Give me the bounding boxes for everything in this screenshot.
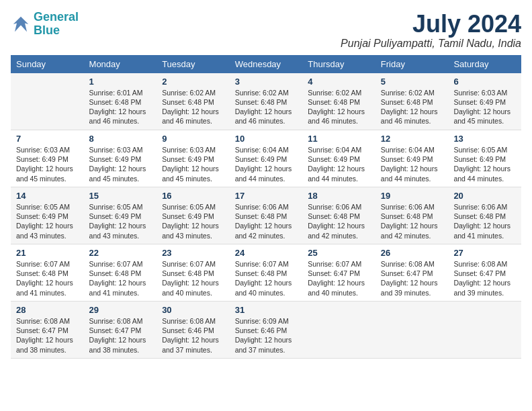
day-number: 27 [453,248,516,258]
day-info: Sunrise: 6:07 AM Sunset: 6:48 PM Dayligh… [162,259,224,298]
calendar-cell: 17Sunrise: 6:06 AM Sunset: 6:48 PM Dayli… [230,187,303,244]
day-number: 12 [381,134,443,144]
calendar-cell: 3Sunrise: 6:02 AM Sunset: 6:48 PM Daylig… [230,73,303,130]
day-number: 30 [162,305,224,315]
calendar-cell: 11Sunrise: 6:04 AM Sunset: 6:49 PM Dayli… [302,130,375,187]
month-title: July 2024 [341,11,521,38]
calendar-week-2: 7Sunrise: 6:03 AM Sunset: 6:49 PM Daylig… [11,130,521,187]
calendar-cell: 28Sunrise: 6:08 AM Sunset: 6:47 PM Dayli… [11,302,84,359]
calendar-cell: 21Sunrise: 6:07 AM Sunset: 6:48 PM Dayli… [11,244,84,302]
header-wednesday: Wednesday [230,55,303,73]
day-info: Sunrise: 6:03 AM Sunset: 6:49 PM Dayligh… [453,88,516,126]
day-number: 18 [308,191,370,201]
day-info: Sunrise: 6:02 AM Sunset: 6:48 PM Dayligh… [308,88,370,126]
calendar-cell: 15Sunrise: 6:05 AM Sunset: 6:49 PM Dayli… [84,187,157,244]
calendar-cell: 26Sunrise: 6:08 AM Sunset: 6:47 PM Dayli… [375,244,449,302]
day-info: Sunrise: 6:07 AM Sunset: 6:48 PM Dayligh… [89,259,152,298]
day-info: Sunrise: 6:03 AM Sunset: 6:49 PM Dayligh… [16,145,79,183]
day-info: Sunrise: 6:08 AM Sunset: 6:47 PM Dayligh… [16,316,79,355]
calendar-week-1: 1Sunrise: 6:01 AM Sunset: 6:48 PM Daylig… [11,73,521,130]
calendar-cell: 2Sunrise: 6:02 AM Sunset: 6:48 PM Daylig… [157,73,230,130]
day-number: 15 [89,191,152,201]
calendar-cell [11,73,84,130]
calendar-cell: 19Sunrise: 6:06 AM Sunset: 6:48 PM Dayli… [375,187,449,244]
calendar-cell: 7Sunrise: 6:03 AM Sunset: 6:49 PM Daylig… [11,130,84,187]
day-info: Sunrise: 6:06 AM Sunset: 6:48 PM Dayligh… [381,202,443,240]
calendar-cell: 24Sunrise: 6:07 AM Sunset: 6:48 PM Dayli… [230,244,303,302]
header-thursday: Thursday [302,55,375,73]
day-info: Sunrise: 6:04 AM Sunset: 6:49 PM Dayligh… [381,145,443,183]
calendar-cell: 14Sunrise: 6:05 AM Sunset: 6:49 PM Dayli… [11,187,84,244]
calendar-week-4: 21Sunrise: 6:07 AM Sunset: 6:48 PM Dayli… [11,244,521,302]
day-number: 1 [89,77,152,87]
day-info: Sunrise: 6:08 AM Sunset: 6:47 PM Dayligh… [381,259,443,298]
calendar-cell: 10Sunrise: 6:04 AM Sunset: 6:49 PM Dayli… [230,130,303,187]
calendar-cell: 29Sunrise: 6:08 AM Sunset: 6:47 PM Dayli… [84,302,157,359]
logo-text: General Blue [34,11,79,38]
day-info: Sunrise: 6:01 AM Sunset: 6:48 PM Dayligh… [89,88,152,126]
day-number: 21 [16,248,79,258]
day-number: 19 [381,191,443,201]
day-number: 9 [162,134,224,144]
day-info: Sunrise: 6:09 AM Sunset: 6:46 PM Dayligh… [235,316,298,355]
day-info: Sunrise: 6:02 AM Sunset: 6:48 PM Dayligh… [235,88,298,126]
day-info: Sunrise: 6:08 AM Sunset: 6:46 PM Dayligh… [162,316,224,355]
day-info: Sunrise: 6:06 AM Sunset: 6:48 PM Dayligh… [453,202,516,240]
logo-line2: Blue [34,24,60,37]
calendar-cell: 30Sunrise: 6:08 AM Sunset: 6:46 PM Dayli… [157,302,230,359]
logo-line1: General [34,10,79,24]
header-tuesday: Tuesday [157,55,230,73]
day-number: 2 [162,77,224,87]
day-number: 20 [453,191,516,201]
day-info: Sunrise: 6:02 AM Sunset: 6:48 PM Dayligh… [162,88,224,126]
calendar-cell: 20Sunrise: 6:06 AM Sunset: 6:48 PM Dayli… [448,187,521,244]
day-number: 13 [453,134,516,144]
day-info: Sunrise: 6:05 AM Sunset: 6:49 PM Dayligh… [89,202,152,240]
location-title: Punjai Puliyampatti, Tamil Nadu, India [341,38,521,50]
day-info: Sunrise: 6:05 AM Sunset: 6:49 PM Dayligh… [453,145,516,183]
calendar-cell: 12Sunrise: 6:04 AM Sunset: 6:49 PM Dayli… [375,130,449,187]
title-section: July 2024 Punjai Puliyampatti, Tamil Nad… [341,11,521,50]
day-number: 25 [308,248,370,258]
day-info: Sunrise: 6:03 AM Sunset: 6:49 PM Dayligh… [89,145,152,183]
calendar-cell: 18Sunrise: 6:06 AM Sunset: 6:48 PM Dayli… [302,187,375,244]
calendar-header: Sunday Monday Tuesday Wednesday Thursday… [11,55,521,73]
calendar-cell [448,302,521,359]
day-info: Sunrise: 6:07 AM Sunset: 6:48 PM Dayligh… [235,259,298,298]
page-header: General Blue July 2024 Punjai Puliyampat… [11,11,521,50]
calendar-cell: 1Sunrise: 6:01 AM Sunset: 6:48 PM Daylig… [84,73,157,130]
day-info: Sunrise: 6:05 AM Sunset: 6:49 PM Dayligh… [162,202,224,240]
day-number: 8 [89,134,152,144]
calendar-cell: 9Sunrise: 6:03 AM Sunset: 6:49 PM Daylig… [157,130,230,187]
calendar-cell: 8Sunrise: 6:03 AM Sunset: 6:49 PM Daylig… [84,130,157,187]
day-number: 28 [16,305,79,315]
calendar-cell: 22Sunrise: 6:07 AM Sunset: 6:48 PM Dayli… [84,244,157,302]
header-saturday: Saturday [448,55,521,73]
calendar-cell: 13Sunrise: 6:05 AM Sunset: 6:49 PM Dayli… [448,130,521,187]
header-sunday: Sunday [11,55,84,73]
calendar-week-5: 28Sunrise: 6:08 AM Sunset: 6:47 PM Dayli… [11,302,521,359]
day-number: 24 [235,248,298,258]
day-number: 17 [235,191,298,201]
day-number: 10 [235,134,298,144]
logo-icon [11,14,31,34]
day-number: 29 [89,305,152,315]
day-number: 16 [162,191,224,201]
day-info: Sunrise: 6:07 AM Sunset: 6:47 PM Dayligh… [308,259,370,298]
calendar-cell: 27Sunrise: 6:08 AM Sunset: 6:47 PM Dayli… [448,244,521,302]
day-number: 6 [453,77,516,87]
calendar-week-3: 14Sunrise: 6:05 AM Sunset: 6:49 PM Dayli… [11,187,521,244]
day-info: Sunrise: 6:04 AM Sunset: 6:49 PM Dayligh… [235,145,298,183]
day-info: Sunrise: 6:03 AM Sunset: 6:49 PM Dayligh… [162,145,224,183]
header-row: Sunday Monday Tuesday Wednesday Thursday… [11,55,521,73]
day-number: 31 [235,305,298,315]
header-monday: Monday [84,55,157,73]
calendar-cell: 25Sunrise: 6:07 AM Sunset: 6:47 PM Dayli… [302,244,375,302]
day-info: Sunrise: 6:06 AM Sunset: 6:48 PM Dayligh… [308,202,370,240]
day-info: Sunrise: 6:02 AM Sunset: 6:48 PM Dayligh… [381,88,443,126]
header-friday: Friday [375,55,449,73]
day-info: Sunrise: 6:08 AM Sunset: 6:47 PM Dayligh… [453,259,516,298]
calendar-cell: 5Sunrise: 6:02 AM Sunset: 6:48 PM Daylig… [375,73,449,130]
calendar-cell [375,302,449,359]
day-number: 14 [16,191,79,201]
